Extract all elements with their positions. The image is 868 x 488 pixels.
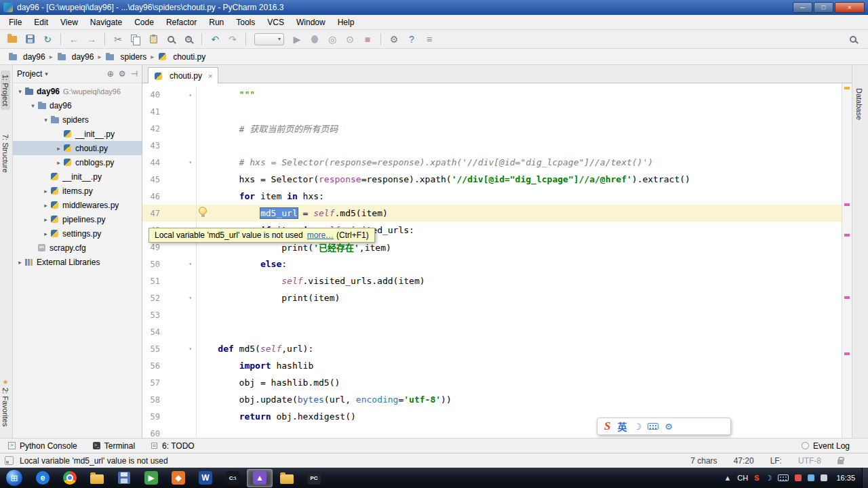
code-line-42[interactable]: 42 # 获取当前页的所有页码 bbox=[142, 120, 842, 137]
debug-icon[interactable] bbox=[307, 32, 323, 47]
close-tab-icon[interactable]: × bbox=[208, 72, 212, 80]
tree-arrow-icon[interactable]: ▸ bbox=[41, 202, 50, 209]
tree-item-__init__-py[interactable]: __init__.py bbox=[13, 127, 142, 141]
gutter-line-number[interactable]: 54 bbox=[142, 327, 160, 337]
tree-item-spiders[interactable]: ▾spiders bbox=[13, 113, 142, 127]
code-line-44[interactable]: 44▾ # hxs = Selector(response=response).… bbox=[142, 154, 842, 171]
menu-refactor[interactable]: Refactor bbox=[160, 16, 203, 29]
gutter-line-number[interactable]: 46 bbox=[142, 192, 160, 201]
coverage-icon[interactable]: ◎ bbox=[324, 32, 340, 47]
hidden-icons-button[interactable]: ▲ bbox=[724, 474, 731, 482]
file-encoding[interactable]: UTF-8 bbox=[798, 456, 821, 466]
stripe-mark[interactable] bbox=[844, 234, 850, 237]
code-line-43[interactable]: 43 bbox=[142, 137, 842, 154]
taskbar-pictures[interactable] bbox=[274, 469, 300, 487]
intention-bulb-icon[interactable] bbox=[199, 207, 207, 215]
replace-icon[interactable] bbox=[180, 32, 197, 47]
code-line-56[interactable]: 56 import hashlib bbox=[142, 357, 842, 374]
menu-help[interactable]: Help bbox=[332, 16, 361, 29]
code-line-45[interactable]: 45 hxs = Selector(response=response).xpa… bbox=[142, 171, 842, 188]
tree-arrow-icon[interactable]: ▾ bbox=[16, 88, 24, 95]
tree-arrow-icon[interactable]: ▸ bbox=[54, 145, 63, 152]
sogou-logo-icon[interactable]: S bbox=[604, 420, 610, 433]
breadcrumb-day96[interactable]: day96 bbox=[7, 52, 47, 62]
gutter-line-number[interactable]: 55 bbox=[142, 344, 160, 354]
caret-position[interactable]: 47:20 bbox=[734, 456, 754, 466]
taskbar-explorer[interactable] bbox=[84, 469, 110, 487]
taskbar-media[interactable]: ▶ bbox=[138, 469, 164, 487]
locate-icon[interactable]: ⊕ bbox=[107, 69, 114, 79]
menu-navigate[interactable]: Navigate bbox=[84, 16, 128, 29]
gutter-line-number[interactable]: 44 bbox=[142, 158, 160, 167]
ime-moon-icon[interactable]: ☽ bbox=[766, 474, 772, 483]
taskbar-floppy[interactable] bbox=[111, 469, 137, 487]
breadcrumb-spiders[interactable]: spiders bbox=[104, 52, 148, 62]
settings-icon[interactable]: ⚙ bbox=[386, 32, 402, 47]
toolwindow-button-terminal[interactable]: Terminal bbox=[85, 441, 142, 451]
cut-icon[interactable]: ✂ bbox=[110, 32, 126, 47]
gutter-line-number[interactable]: 60 bbox=[142, 429, 160, 439]
clock[interactable]: 16:35 bbox=[836, 474, 855, 482]
menu-edit[interactable]: Edit bbox=[28, 16, 54, 29]
line-separator[interactable]: LF: bbox=[770, 456, 782, 466]
gutter-line-number[interactable]: 42 bbox=[142, 124, 160, 134]
copy-icon[interactable] bbox=[127, 32, 144, 47]
fold-marker-icon[interactable]: ▾ bbox=[160, 340, 197, 357]
gutter-line-number[interactable]: 45 bbox=[142, 175, 160, 184]
code-line-58[interactable]: 58 obj.update(bytes(url, encoding='utf-8… bbox=[142, 391, 842, 408]
gutter-line-number[interactable]: 56 bbox=[142, 361, 160, 371]
plugins-icon[interactable]: ≡ bbox=[421, 32, 437, 47]
stripe-mark[interactable] bbox=[844, 296, 850, 299]
gutter-line-number[interactable]: 57 bbox=[142, 378, 160, 388]
antivirus-tray-icon[interactable] bbox=[795, 474, 802, 481]
taskbar-pycharm[interactable]: PC bbox=[301, 469, 327, 487]
tree-item-scrapy-cfg[interactable]: scrapy.cfg bbox=[13, 241, 142, 255]
tree-item-items-py[interactable]: ▸items.py bbox=[13, 184, 142, 198]
open-icon[interactable] bbox=[4, 32, 20, 47]
stop-icon[interactable]: ■ bbox=[359, 32, 376, 47]
breadcrumb-day96[interactable]: day96 bbox=[56, 52, 96, 62]
tool-tab-favorites[interactable]: ★2: Favorites bbox=[1, 374, 10, 430]
tree-item-day96[interactable]: ▾day96G:\wupeiqi\day96 bbox=[13, 84, 142, 98]
synchronize-icon[interactable]: ↻ bbox=[39, 32, 56, 47]
project-view-selector[interactable]: Project bbox=[17, 69, 42, 79]
tree-arrow-icon[interactable]: ▾ bbox=[28, 102, 37, 109]
tree-item-middlewares-py[interactable]: ▸middlewares.py bbox=[13, 198, 142, 212]
gutter-line-number[interactable]: 40 bbox=[142, 90, 160, 100]
taskbar-word[interactable]: W bbox=[193, 469, 218, 487]
taskbar-image[interactable]: ◆ bbox=[165, 469, 191, 487]
back-icon[interactable]: ← bbox=[66, 32, 82, 47]
save-all-icon[interactable] bbox=[22, 32, 38, 47]
code-line-60[interactable]: 60 bbox=[142, 425, 842, 438]
taskbar-chrome[interactable] bbox=[57, 469, 83, 487]
run-config-select[interactable]: ▾ bbox=[254, 33, 284, 45]
gutter-line-number[interactable]: 43 bbox=[142, 141, 160, 150]
tab-chouti-py[interactable]: chouti.py × bbox=[148, 67, 218, 84]
tree-item-cnblogs-py[interactable]: ▸cnblogs.py bbox=[13, 155, 142, 169]
tree-arrow-icon[interactable]: ▸ bbox=[16, 259, 24, 266]
taskbar-viewer[interactable]: ▲ bbox=[247, 469, 273, 487]
fold-marker-icon[interactable]: ▾ bbox=[160, 154, 197, 171]
tree-item-__init__-py[interactable]: __init__.py bbox=[13, 169, 142, 184]
gutter-line-number[interactable]: 59 bbox=[142, 412, 160, 422]
forward-icon[interactable]: → bbox=[83, 32, 100, 47]
toolwindow-button-python-console[interactable]: Python Console bbox=[0, 441, 85, 451]
paste-icon[interactable] bbox=[145, 32, 161, 47]
tree-item-settings-py[interactable]: ▸settings.py bbox=[13, 226, 142, 241]
code-line-54[interactable]: 54 bbox=[142, 323, 842, 340]
volume-tray-icon[interactable] bbox=[821, 474, 827, 481]
code-line-59[interactable]: 59 return obj.hexdigest() bbox=[142, 408, 842, 425]
menu-run[interactable]: Run bbox=[203, 16, 230, 29]
gutter-line-number[interactable]: 52 bbox=[142, 293, 160, 303]
gutter-line-number[interactable]: 41 bbox=[142, 107, 160, 117]
gutter-line-number[interactable]: 47 bbox=[142, 209, 160, 218]
gutter-line-number[interactable]: 58 bbox=[142, 395, 160, 405]
gutter-line-number[interactable]: 53 bbox=[142, 310, 160, 320]
minimize-button[interactable]: ─ bbox=[793, 2, 812, 13]
help-icon[interactable]: ? bbox=[403, 32, 420, 47]
tree-item-chouti-py[interactable]: ▸chouti.py bbox=[13, 141, 142, 155]
toolwindow-button-event-log[interactable]: Event Log bbox=[793, 441, 857, 451]
code-editor[interactable]: 40▴ """4142 # 获取当前页的所有页码4344▾ # hxs = Se… bbox=[142, 83, 842, 438]
code-line-41[interactable]: 41 bbox=[142, 103, 842, 120]
error-stripe[interactable] bbox=[842, 83, 852, 438]
